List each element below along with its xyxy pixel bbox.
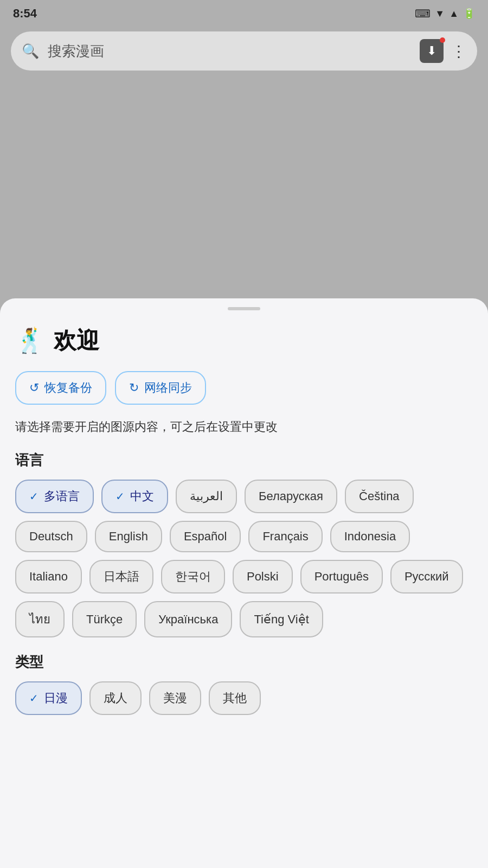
- language-tag-polish[interactable]: Polski: [233, 560, 293, 593]
- network-sync-button[interactable]: ↻ 网络同步: [115, 371, 206, 405]
- type-tag-webtoon[interactable]: 美漫: [149, 681, 201, 715]
- check-icon: ✓: [115, 490, 125, 503]
- bottom-sheet: 🕺 欢迎 ↺ 恢复备份 ↻ 网络同步 请选择需要开启的图源内容，可之后在设置中更…: [0, 298, 488, 868]
- language-tag-chinese[interactable]: ✓中文: [101, 480, 168, 513]
- search-bar[interactable]: 🔍 搜索漫画 ⬇ ⋮: [11, 31, 477, 71]
- search-input[interactable]: 搜索漫画: [48, 42, 411, 61]
- status-time: 8:54: [13, 7, 37, 21]
- top-bar-actions: ⬇ ⋮: [420, 39, 466, 63]
- language-tag-italiano[interactable]: Italiano: [15, 560, 82, 593]
- language-tag-english[interactable]: English: [95, 521, 162, 552]
- language-tag-multi[interactable]: ✓多语言: [15, 480, 94, 513]
- more-menu-button[interactable]: ⋮: [451, 42, 466, 60]
- signal-icon: ▲: [449, 8, 459, 20]
- restore-label: 恢复备份: [44, 380, 92, 396]
- language-tag-deutsch[interactable]: Deutsch: [15, 521, 87, 552]
- keyboard-icon: ⌨: [415, 7, 431, 20]
- welcome-row: 🕺 欢迎: [15, 326, 473, 356]
- language-tag-portuguese[interactable]: Português: [300, 560, 383, 593]
- status-bar: 8:54 ⌨ ▼ ▲ 🔋: [0, 0, 488, 27]
- language-tag-arabic[interactable]: العربية: [176, 480, 237, 513]
- status-icons: ⌨ ▼ ▲ 🔋: [415, 7, 475, 20]
- wifi-icon: ▼: [435, 8, 445, 20]
- language-tag-belarusian[interactable]: Беларуская: [245, 480, 337, 513]
- language-tag-turkish[interactable]: Türkçe: [72, 601, 137, 637]
- language-tag-japanese[interactable]: 日本語: [89, 560, 153, 593]
- download-icon: ⬇: [427, 44, 436, 58]
- description-text: 请选择需要开启的图源内容，可之后在设置中更改: [15, 418, 473, 436]
- type-tags: ✓日漫成人美漫其他: [15, 681, 473, 715]
- type-tag-adult[interactable]: 成人: [89, 681, 142, 715]
- language-tag-indonesia[interactable]: Indonesia: [330, 521, 410, 552]
- language-tag-thai[interactable]: ไทย: [15, 601, 65, 637]
- check-icon: ✓: [29, 490, 38, 503]
- sync-label: 网络同步: [144, 380, 192, 396]
- restore-backup-button[interactable]: ↺ 恢复备份: [15, 371, 106, 405]
- language-tag-russian[interactable]: Русский: [390, 560, 463, 593]
- language-tag-korean[interactable]: 한국어: [161, 560, 225, 593]
- check-icon: ✓: [29, 692, 38, 705]
- restore-icon: ↺: [29, 381, 39, 395]
- welcome-icon: 🕺: [15, 327, 45, 355]
- sync-icon: ↻: [129, 381, 139, 395]
- drag-handle[interactable]: [228, 307, 260, 310]
- search-icon: 🔍: [22, 43, 39, 60]
- type-tag-other[interactable]: 其他: [209, 681, 261, 715]
- language-tags: ✓多语言✓中文العربيةБеларускаяČeštinaDeutschEn…: [15, 480, 473, 637]
- action-buttons: ↺ 恢复备份 ↻ 网络同步: [15, 371, 473, 405]
- download-button[interactable]: ⬇: [420, 39, 444, 63]
- language-tag-ukrainian[interactable]: Українська: [144, 601, 232, 637]
- type-section-label: 类型: [15, 653, 473, 672]
- welcome-title: 欢迎: [54, 326, 99, 356]
- language-tag-czech[interactable]: Čeština: [345, 480, 414, 513]
- language-section-label: 语言: [15, 451, 473, 470]
- battery-icon: 🔋: [463, 8, 475, 20]
- language-tag-vietnamese[interactable]: Tiếng Việt: [240, 601, 323, 637]
- language-tag-french[interactable]: Français: [248, 521, 322, 552]
- type-tag-manga[interactable]: ✓日漫: [15, 681, 82, 715]
- language-tag-spanish[interactable]: Español: [170, 521, 241, 552]
